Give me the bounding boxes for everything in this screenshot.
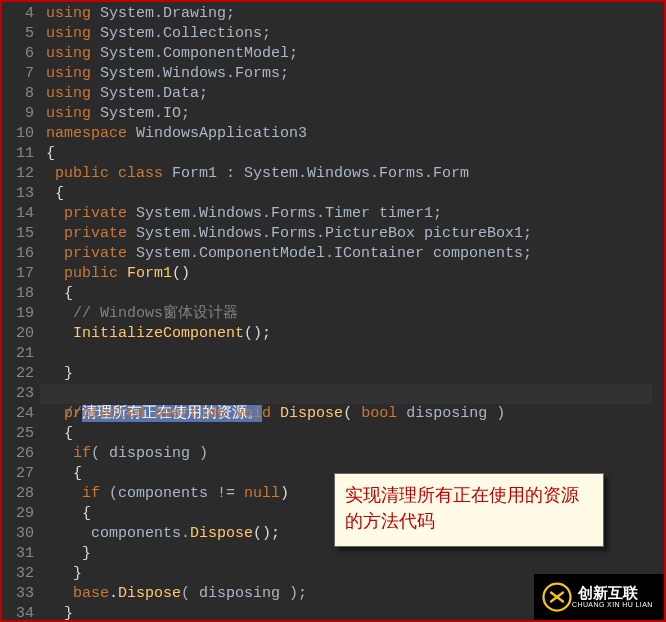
code-token: Form1 : System.Windows.Forms.Form (163, 165, 469, 182)
code-token: ) (280, 485, 289, 502)
code-token (46, 225, 64, 242)
code-token: { (46, 465, 82, 482)
code-token: . (109, 585, 118, 602)
code-token: System.Data; (91, 85, 208, 102)
code-line: public Form1() (46, 264, 658, 284)
line-number: 15 (6, 224, 34, 244)
code-token (145, 405, 154, 422)
code-token (46, 405, 64, 422)
line-number: 30 (6, 524, 34, 544)
line-number: 16 (6, 244, 34, 264)
code-token (46, 165, 55, 182)
code-line: using System.Drawing; (46, 4, 658, 24)
line-number: 20 (6, 324, 34, 344)
code-token (46, 205, 64, 222)
code-line: public class Form1 : System.Windows.Form… (46, 164, 658, 184)
code-line: { (46, 284, 658, 304)
line-number: 25 (6, 424, 34, 444)
code-token: System.ComponentModel.IContainer compone… (127, 245, 532, 262)
code-token: System.ComponentModel; (91, 45, 298, 62)
code-token: if (82, 485, 100, 502)
code-line: private System.Windows.Forms.PictureBox … (46, 224, 658, 244)
code-line: { (46, 424, 658, 444)
code-token: base (73, 585, 109, 602)
line-number: 31 (6, 544, 34, 564)
code-line: // Windows窗体设计器 (46, 304, 658, 324)
line-number: 32 (6, 564, 34, 584)
code-token: using (46, 5, 91, 22)
code-token: class (118, 165, 163, 182)
code-token: (components != (100, 485, 244, 502)
code-line: private System.ComponentModel.IContainer… (46, 244, 658, 264)
code-token: { (46, 505, 91, 522)
line-number: 13 (6, 184, 34, 204)
code-token: if (73, 445, 91, 462)
brand-icon (542, 582, 572, 612)
code-editor: 4567891011121314151617181920212223242526… (0, 0, 666, 622)
code-token: components. (46, 525, 190, 542)
line-number: 24 (6, 404, 34, 424)
code-token (46, 325, 73, 342)
line-number: 12 (6, 164, 34, 184)
line-number: 28 (6, 484, 34, 504)
brand-sub-text: CHUANG XIN HU LIAN (572, 600, 653, 609)
code-line: using System.IO; (46, 104, 658, 124)
code-token: System.IO; (91, 105, 190, 122)
line-number: 17 (6, 264, 34, 284)
code-token (46, 445, 73, 462)
code-token (109, 165, 118, 182)
code-token: { (46, 145, 55, 162)
line-number: 21 (6, 344, 34, 364)
code-token: private (64, 225, 127, 242)
code-token: ( disposing ); (181, 585, 307, 602)
line-number: 10 (6, 124, 34, 144)
line-number: 18 (6, 284, 34, 304)
code-token: () (172, 265, 190, 282)
code-token: Dispose (190, 525, 253, 542)
code-token: InitializeComponent (73, 325, 244, 342)
code-token: bool (361, 405, 397, 422)
code-token: } (46, 545, 91, 562)
code-token: } (46, 365, 73, 382)
code-line: using System.Windows.Forms; (46, 64, 658, 84)
line-number: 34 (6, 604, 34, 622)
code-token: } (46, 605, 73, 622)
code-token: using (46, 105, 91, 122)
gutter: 4567891011121314151617181920212223242526… (2, 2, 40, 620)
code-line: //清理所有正在使用的资源。 (46, 384, 658, 404)
code-token (46, 305, 73, 322)
current-line-highlight (40, 384, 652, 404)
watermark-logo: 创新互联 CHUANG XIN HU LIAN (534, 574, 664, 620)
code-token: protected (64, 405, 145, 422)
code-line: { (46, 144, 658, 164)
code-token (46, 485, 82, 502)
line-number: 11 (6, 144, 34, 164)
code-token: { (46, 285, 73, 302)
code-token (271, 405, 280, 422)
code-token: using (46, 65, 91, 82)
code-line: using System.Collections; (46, 24, 658, 44)
code-line: } (46, 364, 658, 384)
line-number: 7 (6, 64, 34, 84)
code-line: } (46, 544, 658, 564)
code-token: using (46, 45, 91, 62)
line-number: 22 (6, 364, 34, 384)
code-token: WindowsApplication3 (127, 125, 307, 142)
code-token: System.Windows.Forms; (91, 65, 289, 82)
code-line: using System.Data; (46, 84, 658, 104)
code-line: protected override void Dispose( bool di… (46, 404, 658, 424)
line-number: 6 (6, 44, 34, 64)
code-token: namespace (46, 125, 127, 142)
annotation-text: 实现清理所有正在使用的资源的方法代码 (345, 485, 579, 531)
code-token: } (46, 565, 82, 582)
brand-main-text: 创新互联 (578, 585, 653, 600)
code-token: override (154, 405, 226, 422)
code-line: using System.ComponentModel; (46, 44, 658, 64)
code-token: System.Collections; (91, 25, 271, 42)
code-token (46, 265, 64, 282)
code-token: private (64, 205, 127, 222)
annotation-box: 实现清理所有正在使用的资源的方法代码 (334, 473, 604, 547)
code-token: public (55, 165, 109, 182)
line-number: 14 (6, 204, 34, 224)
line-number: 33 (6, 584, 34, 604)
